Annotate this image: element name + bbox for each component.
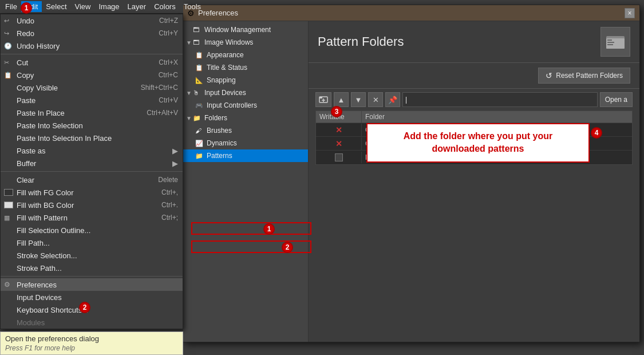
svg-rect-4 [607,44,613,45]
menu-item-stroke-selection[interactable]: Stroke Selection... [1,249,183,262]
menu-item-fill-fg[interactable]: Fill with FG Color Ctrl+, [1,186,183,199]
menu-image[interactable]: Image [94,1,123,12]
reset-pattern-folders-btn[interactable]: ↺ Reset Pattern Folders [538,68,630,84]
tree-item-brushes[interactable]: 🖌 Brushes [183,124,308,137]
reset-label: Reset Pattern Folders [556,72,623,80]
preferences-icon: ⚙ [4,281,10,289]
menu-item-keyboard[interactable]: Keyboard Shortcuts... [1,303,183,316]
menu-colors[interactable]: Colors [150,1,180,12]
tree-label-dynamics: Dynamics [207,139,237,147]
preferences-title-bar: ⚙ Preferences × [183,5,639,21]
badge-edit-menu: 1 [21,2,32,14]
menu-item-copy[interactable]: 📋 Copy Ctrl+C [1,69,183,81]
menu-item-paste-into-selection[interactable]: Paste Into Selection [1,119,183,132]
preferences-content: Pattern Folders ↺ Reset Pattern Folder [309,21,639,342]
badge-patterns-tree: 2 [282,242,293,253]
menu-item-cut[interactable]: ✂ Cut Ctrl+X [1,56,183,69]
copy-icon: 📋 [4,72,12,79]
menu-item-paste-as[interactable]: Paste as ▶ [1,144,183,157]
cut-icon: ✂ [4,59,9,66]
move-down-btn[interactable]: ▼ [351,92,366,107]
snapping-icon: 📐 [195,77,204,84]
menu-item-preferences[interactable]: ⚙ Preferences [1,278,183,291]
menu-select[interactable]: Select [42,1,70,12]
tree-item-input-controllers[interactable]: 🎮 Input Controllers [183,99,308,112]
menu-tools[interactable]: Tools [180,1,205,12]
preferences-tree: 🗔 Window Management ▼ 🗔 Image Windows 📋 … [183,21,309,342]
tree-item-window-management[interactable]: 🗔 Window Management [183,23,308,36]
menu-item-fill-bg[interactable]: Fill with BG Color Ctrl+. [1,199,183,211]
content-title: Pattern Folders [318,34,404,49]
content-icon [600,27,630,57]
preferences-close-btn[interactable]: × [625,8,635,18]
menu-item-undo-history[interactable]: 🕐 Undo History [1,40,183,52]
content-header: Pattern Folders [309,21,639,63]
svg-rect-3 [607,42,614,43]
move-up-btn[interactable]: ▲ [334,92,349,107]
menu-layer[interactable]: Layer [124,1,151,12]
menu-item-input-devices[interactable]: Input Devices [1,291,183,303]
edit-dropdown-menu: ↩ Undo Ctrl+Z ↪ Redo Ctrl+Y 🕐 Undo Histo… [0,14,183,329]
pin-btn[interactable]: 📌 [385,92,400,107]
fill-pattern-icon: ▦ [4,214,10,222]
tree-item-snapping[interactable]: 📐 Snapping [183,74,308,86]
menu-item-fill-path[interactable]: Fill Path... [1,236,183,249]
open-folder-btn[interactable]: Open a [600,92,633,107]
tree-label-snapping: Snapping [207,76,236,84]
redo-icon: ↪ [4,30,9,37]
menu-item-modules[interactable]: Modules [1,316,183,329]
undo-icon: ↩ [4,17,9,25]
menu-item-paste-into-selection-place[interactable]: Paste Into Selection In Place [1,132,183,144]
badge-folders-tree: 1 [263,223,275,235]
tree-item-folders[interactable]: ▼ 📁 Folders [183,112,308,124]
menu-item-buffer[interactable]: Buffer ▶ [1,157,183,169]
tree-item-input-devices[interactable]: ▼ 🖱 Input Devices [183,86,308,99]
window-management-icon: 🗔 [193,26,202,33]
callout-annotation: Add the folder where you put your downlo… [366,123,590,163]
checkbox-empty[interactable] [335,153,343,161]
badge-preferences-menu: 2 [79,302,90,313]
tree-item-title-status[interactable]: 📋 Title & Status [183,61,308,74]
tree-item-dynamics[interactable]: 📈 Dynamics [183,137,308,149]
tree-label-patterns: Patterns [207,152,232,160]
tree-label-image-windows: Image Windows [204,38,253,46]
folder-path-input[interactable] [402,92,598,107]
menu-item-paste-in-place[interactable]: Paste In Place Ctrl+Alt+V [1,107,183,119]
separator-3 [1,276,183,277]
badge-4: 4 [591,127,602,139]
input-devices-icon: 🖱 [193,89,202,96]
add-folder-btn[interactable] [315,92,331,107]
separator-2 [1,171,183,172]
menu-item-stroke-path[interactable]: Stroke Path... [1,262,183,274]
tree-item-patterns[interactable]: 📁 Patterns [183,149,308,162]
tooltip-box: Open the preferences dialog Press F1 for… [0,332,183,355]
appearance-icon: 📋 [195,52,204,59]
badge-3: 3 [331,106,342,117]
preferences-body: 🗔 Window Management ▼ 🗔 Image Windows 📋 … [183,21,639,342]
folder-table-header: Writable Folder [315,111,633,123]
col-folder: Folder [362,111,632,123]
menu-item-copy-visible[interactable]: Copy Visible Shift+Ctrl+C [1,81,183,94]
menu-item-undo[interactable]: ↩ Undo Ctrl+Z [1,14,183,27]
dynamics-icon: 📈 [195,140,204,147]
edit-menu-dropdown: File Edit Select View Image Layer Colors… [0,0,183,355]
menu-item-paste[interactable]: Paste Ctrl+V [1,94,183,107]
svg-rect-6 [319,97,322,98]
menu-file[interactable]: File [1,1,21,12]
input-controllers-icon: 🎮 [195,102,204,109]
fill-fg-icon [4,189,13,196]
image-windows-icon: 🗔 [193,39,202,46]
undo-history-icon: 🕐 [4,42,12,50]
tooltip-hint-text: Press F1 for more help [5,344,178,352]
tree-item-appearance[interactable]: 📋 Appearance [183,49,308,61]
menu-item-fill-pattern[interactable]: ▦ Fill with Pattern Ctrl+; [1,211,183,224]
menu-item-redo[interactable]: ↪ Redo Ctrl+Y [1,27,183,40]
separator-1 [1,54,183,54]
patterns-icon: 📁 [195,152,204,160]
tree-item-image-windows[interactable]: ▼ 🗔 Image Windows [183,36,308,49]
menu-item-fill-selection-outline[interactable]: Fill Selection Outline... [1,224,183,236]
menu-item-clear[interactable]: Clear Delete [1,173,183,186]
tree-label-brushes: Brushes [207,127,232,135]
menu-view[interactable]: View [71,1,95,12]
remove-folder-btn[interactable]: ✕ [368,92,383,107]
